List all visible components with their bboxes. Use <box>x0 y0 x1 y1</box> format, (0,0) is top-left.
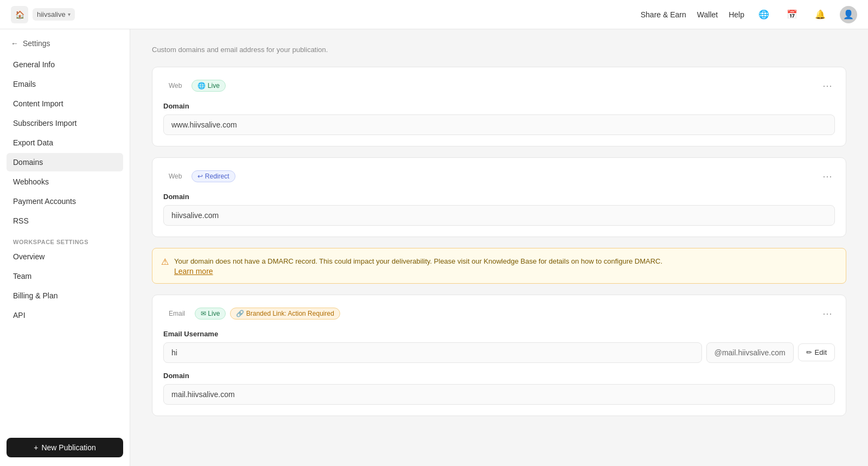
topnav-right: Share & Earn Wallet Help 🌐 📅 🔔 👤 <box>641 6 857 23</box>
avatar-button[interactable]: 👤 <box>840 6 857 23</box>
web-redirect-more-button[interactable]: ⋯ <box>820 169 835 184</box>
sidebar: ← Settings General Info Emails Content I… <box>0 29 130 466</box>
sidebar-label-billing: Billing & Plan <box>13 291 58 300</box>
warning-content: Your domain does not have a DMARC record… <box>174 256 662 276</box>
email-badge-label: Email <box>163 308 190 319</box>
help-link[interactable]: Help <box>729 10 744 19</box>
learn-more-link[interactable]: Learn more <box>174 267 213 276</box>
sidebar-item-export-data[interactable]: Export Data <box>7 133 123 152</box>
bell-icon: 🔔 <box>815 9 826 20</box>
sidebar-label-webhooks: Webhooks <box>13 177 49 186</box>
email-domain-label: Domain <box>163 372 835 380</box>
sidebar-item-webhooks[interactable]: Webhooks <box>7 173 123 191</box>
workspace-settings-section: Workspace Settings <box>7 231 123 247</box>
sidebar-label-team: Team <box>13 272 31 280</box>
sidebar-label-content-import: Content Import <box>13 99 63 108</box>
email-domain-suffix: @mail.hiivsalive.com <box>706 342 794 363</box>
sidebar-item-team[interactable]: Team <box>7 267 123 285</box>
sidebar-label-general-info: General Info <box>13 60 55 69</box>
calendar-icon: 📅 <box>787 9 797 20</box>
calendar-button[interactable]: 📅 <box>783 6 801 23</box>
email-username-value: hi <box>163 342 702 363</box>
wallet-link[interactable]: Wallet <box>697 10 718 19</box>
sidebar-label-subscribers-import: Subscribers Import <box>13 119 76 127</box>
domain-value-2: hiivsalive.com <box>163 205 835 226</box>
sidebar-item-payment-accounts[interactable]: Payment Accounts <box>7 192 123 210</box>
avatar-icon: 👤 <box>843 9 854 20</box>
page-subtitle: Custom domains and email address for you… <box>152 46 846 54</box>
web-redirect-badge-label: Web <box>163 171 187 182</box>
web-redirect-card-header: Web ↩ Redirect ⋯ <box>163 169 835 184</box>
sidebar-item-emails[interactable]: Emails <box>7 75 123 93</box>
sidebar-item-billing[interactable]: Billing & Plan <box>7 286 123 305</box>
sidebar-item-rss[interactable]: RSS <box>7 212 123 230</box>
sidebar-item-overview[interactable]: Overview <box>7 247 123 266</box>
sidebar-label-export-data: Export Data <box>13 138 53 147</box>
plus-icon: + <box>34 443 38 452</box>
sidebar-label-rss: RSS <box>13 216 29 225</box>
sidebar-item-domains[interactable]: Domains <box>7 153 123 171</box>
sidebar-item-content-import[interactable]: Content Import <box>7 94 123 113</box>
web-live-more-button[interactable]: ⋯ <box>820 78 835 93</box>
publication-selector[interactable]: hiivsalive ▾ <box>33 8 75 21</box>
sidebar-label-emails: Emails <box>13 80 36 88</box>
back-to-settings[interactable]: ← Settings <box>0 29 130 53</box>
web-badge-label: Web <box>163 80 187 91</box>
domain-label-2: Domain <box>163 193 835 201</box>
email-username-label: Email Username <box>163 330 835 338</box>
email-username-row: hi @mail.hiivsalive.com ✏ Edit <box>163 342 835 363</box>
sidebar-nav: General Info Emails Content Import Subsc… <box>0 53 130 429</box>
globe-icon: 🌐 <box>758 9 769 20</box>
domain-label-1: Domain <box>163 102 835 110</box>
warning-text: Your domain does not have a DMARC record… <box>174 257 662 265</box>
email-live-badge: ✉ Live <box>195 308 226 320</box>
new-publication-label: New Publication <box>41 443 95 452</box>
globe-button[interactable]: 🌐 <box>755 6 773 23</box>
redirect-badge: ↩ Redirect <box>192 170 235 182</box>
notifications-button[interactable]: 🔔 <box>812 6 829 23</box>
warning-icon: ⚠ <box>161 257 169 267</box>
sidebar-label-overview: Overview <box>13 252 44 261</box>
sidebar-label-api: API <box>13 311 25 320</box>
share-earn-link[interactable]: Share & Earn <box>641 10 686 19</box>
sidebar-label-payment-accounts: Payment Accounts <box>13 197 76 206</box>
back-arrow-icon: ← <box>11 39 18 48</box>
new-publication-button[interactable]: + New Publication <box>7 438 123 457</box>
sidebar-item-subscribers-import[interactable]: Subscribers Import <box>7 114 123 132</box>
home-icon: 🏠 <box>15 10 24 19</box>
sidebar-bottom: + New Publication <box>0 429 130 466</box>
topnav-left: 🏠 hiivsalive ▾ <box>11 6 75 23</box>
email-domain-value: mail.hiivsalive.com <box>163 384 835 405</box>
email-card: Email ✉ Live 🔗 Branded Link: Action Requ… <box>152 295 846 416</box>
live-badge: 🌐 Live <box>192 80 225 92</box>
chevron-down-icon: ▾ <box>68 11 71 17</box>
edit-icon: ✏ <box>806 348 812 356</box>
home-button[interactable]: 🏠 <box>11 6 28 23</box>
web-redirect-card-badges: Web ↩ Redirect <box>163 170 235 182</box>
branded-link-badge: 🔗 Branded Link: Action Required <box>230 308 340 320</box>
email-card-badges: Email ✉ Live 🔗 Branded Link: Action Requ… <box>163 308 340 320</box>
email-card-header: Email ✉ Live 🔗 Branded Link: Action Requ… <box>163 306 835 321</box>
web-redirect-card: Web ↩ Redirect ⋯ Domain hiivsalive.com <box>152 157 846 237</box>
web-live-card-header: Web 🌐 Live ⋯ <box>163 78 835 93</box>
publication-name: hiivsalive <box>37 10 66 18</box>
domain-value-1: www.hiivsalive.com <box>163 114 835 135</box>
email-more-button[interactable]: ⋯ <box>820 306 835 321</box>
sidebar-label-domains: Domains <box>13 158 43 167</box>
topnav: 🏠 hiivsalive ▾ Share & Earn Wallet Help … <box>0 0 868 29</box>
dmarc-warning: ⚠ Your domain does not have a DMARC reco… <box>152 248 846 284</box>
web-live-card-badges: Web 🌐 Live <box>163 80 226 92</box>
main-content: Custom domains and email address for you… <box>130 29 868 466</box>
edit-email-username-button[interactable]: ✏ Edit <box>798 343 835 361</box>
sidebar-item-api[interactable]: API <box>7 306 123 324</box>
web-live-card: Web 🌐 Live ⋯ Domain www.hiivsalive.com <box>152 67 846 146</box>
settings-back-label: Settings <box>23 39 50 48</box>
layout: ← Settings General Info Emails Content I… <box>0 29 868 466</box>
sidebar-item-general-info[interactable]: General Info <box>7 55 123 74</box>
edit-label: Edit <box>815 348 827 356</box>
